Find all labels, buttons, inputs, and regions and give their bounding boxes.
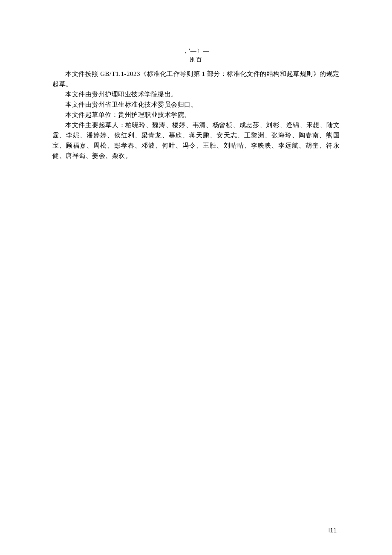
body-text: 本文件按照 GB/T1.1-2023《标准化工作导则第 1 部分：标准化文件的结…: [52, 69, 340, 161]
paragraph-2: 本文件由贵州护理职业技术学院提出。: [52, 89, 340, 99]
header-line-2: 刖百: [52, 55, 340, 64]
page-number: I11: [329, 527, 337, 534]
document-page: ，'—〉— 刖百 本文件按照 GB/T1.1-2023《标准化工作导则第 1 部…: [0, 0, 392, 161]
header-line-1: ，'—〉—: [52, 47, 340, 55]
paragraph-1: 本文件按照 GB/T1.1-2023《标准化工作导则第 1 部分：标准化文件的结…: [52, 69, 340, 89]
paragraph-4: 本文件起草单位：贵州护理职业技术学院。: [52, 110, 340, 120]
paragraph-3: 本文件由贵州省卫生标准化技术委员会归口。: [52, 99, 340, 110]
paragraph-5: 本文件主要起草人：柏晓玲、魏涛、楼婷、韦清、杨曾桢、成忠莎、刘彬、逄锦、宋想、陆…: [52, 120, 340, 161]
header-mark: ，'—〉— 刖百: [52, 47, 340, 64]
